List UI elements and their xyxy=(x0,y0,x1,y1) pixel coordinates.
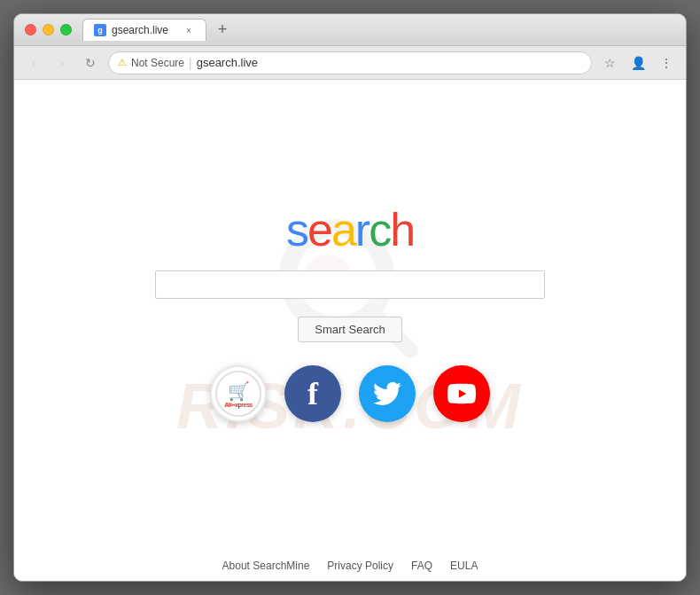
forward-button[interactable]: › xyxy=(51,52,73,74)
logo-e: e xyxy=(307,204,331,255)
footer-privacy[interactable]: Privacy Policy xyxy=(327,560,393,572)
search-input-container xyxy=(155,270,545,299)
address-url: gsearch.live xyxy=(197,56,258,69)
youtube-icon[interactable] xyxy=(433,365,490,422)
aliexpress-cart-icon: 🛒 xyxy=(228,380,250,402)
footer-eula[interactable]: EULA xyxy=(450,560,478,572)
minimize-button[interactable] xyxy=(43,24,54,35)
twitter-icon[interactable] xyxy=(359,365,416,422)
social-icons: 🛒 Ali✂xpress f xyxy=(210,365,490,422)
page-content: RISK.COM search Smart Search 🛒 Ali✂xpre xyxy=(14,80,686,581)
address-bar: ‹ › ↻ ⚠ Not Secure | gsearch.live ☆ 👤 ⋮ xyxy=(14,46,686,80)
address-input[interactable]: ⚠ Not Secure | gsearch.live xyxy=(108,51,592,74)
youtube-play-icon xyxy=(447,380,476,408)
menu-icon[interactable]: ⋮ xyxy=(656,52,677,74)
logo-r: r xyxy=(355,204,369,255)
tab-bar: g gsearch.live × + xyxy=(82,18,675,43)
facebook-icon[interactable]: f xyxy=(284,365,341,422)
back-button[interactable]: ‹ xyxy=(23,52,44,74)
traffic-lights xyxy=(25,24,72,35)
close-button[interactable] xyxy=(25,24,36,35)
logo-a: a xyxy=(331,204,355,255)
aliexpress-text: Ali✂xpress xyxy=(224,402,253,408)
title-bar: g gsearch.live × + xyxy=(14,14,686,46)
twitter-bird-icon xyxy=(373,380,401,408)
tab-close-button[interactable]: × xyxy=(183,24,195,36)
new-tab-button[interactable]: + xyxy=(210,18,235,43)
aliexpress-icon[interactable]: 🛒 Ali✂xpress xyxy=(210,365,267,422)
logo-s: s xyxy=(286,204,307,255)
bookmark-icon[interactable]: ☆ xyxy=(599,52,620,74)
address-divider: | xyxy=(189,56,192,70)
smart-search-button[interactable]: Smart Search xyxy=(298,317,401,342)
not-secure-label: Not Secure xyxy=(131,57,184,69)
maximize-button[interactable] xyxy=(60,24,72,35)
search-input[interactable] xyxy=(155,270,545,299)
security-icon: ⚠ xyxy=(118,57,127,68)
active-tab[interactable]: g gsearch.live × xyxy=(82,19,206,41)
account-icon[interactable]: 👤 xyxy=(627,52,649,74)
search-logo: search xyxy=(286,203,414,256)
facebook-f: f xyxy=(307,375,318,412)
refresh-button[interactable]: ↻ xyxy=(80,52,101,74)
search-area: search Smart Search 🛒 Ali✂xpress xyxy=(155,203,545,422)
footer-faq[interactable]: FAQ xyxy=(411,560,432,572)
footer-about[interactable]: About SearchMine xyxy=(222,560,310,572)
tab-title: gsearch.live xyxy=(112,24,177,36)
browser-window: g gsearch.live × + ‹ › ↻ ⚠ Not Secure | … xyxy=(13,13,687,582)
page-footer: About SearchMine Privacy Policy FAQ EULA xyxy=(14,560,686,572)
logo-c: c xyxy=(369,204,390,255)
tab-favicon: g xyxy=(94,24,106,36)
logo-h: h xyxy=(390,204,414,255)
